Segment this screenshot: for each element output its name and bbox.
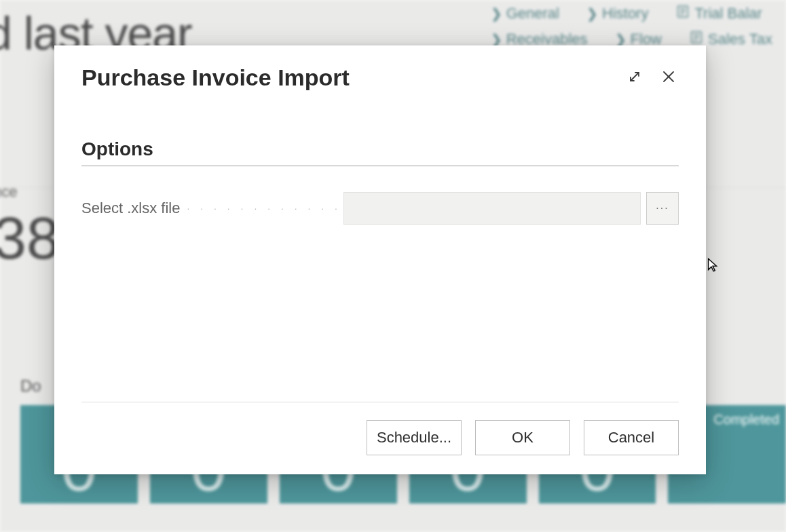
options-heading: Options [81,138,679,166]
cancel-button[interactable]: Cancel [584,420,679,455]
dialog-header-actions [624,68,679,88]
close-icon [660,69,677,88]
dialog-spacer [81,225,679,402]
schedule-button[interactable]: Schedule... [367,420,462,455]
select-file-row: Select .xlsx file · · · · · · · · · · · … [81,192,679,225]
label-leader-dots: · · · · · · · · · · · · · · · · · · · · [187,203,337,214]
close-button[interactable] [658,68,679,88]
footer-divider [81,402,679,402]
purchase-invoice-import-dialog: Purchase Invoice Import [54,45,706,474]
dialog-title: Purchase Invoice Import [81,64,350,91]
dialog-footer: Schedule... OK Cancel [81,420,679,455]
dialog-header: Purchase Invoice Import [81,64,679,91]
select-file-input[interactable] [343,192,641,225]
expand-button[interactable] [624,68,645,88]
svg-line-8 [631,73,639,81]
expand-icon [626,69,643,88]
ok-button[interactable]: OK [475,420,570,455]
browse-file-button[interactable]: ··· [646,192,679,225]
select-file-label: Select .xlsx file [81,200,181,217]
ellipsis-icon: ··· [656,202,669,214]
